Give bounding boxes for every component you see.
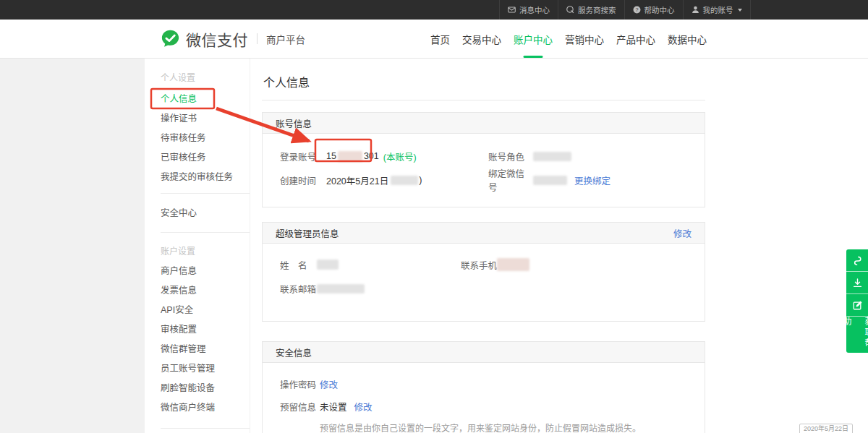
redacted-contact-email <box>317 284 365 293</box>
redacted-login-middle <box>338 151 362 162</box>
admin-name-label: 姓 名 <box>280 258 317 272</box>
sidebar: 个人设置 个人信息 操作证书 待审核任务 已审核任务 我提交的审核任务 安全中心… <box>145 59 250 433</box>
current-account-note: (本账号) <box>383 150 417 163</box>
reserved-info-description: 预留信息是由你自己设置的一段文字，用来鉴定网站身份，防止假冒网站造成损失。 配置… <box>320 423 687 433</box>
created-time-value: 2020年5月21日 ) <box>326 173 422 187</box>
operation-password-label: 操作密码 <box>280 377 320 391</box>
nav-transaction-center[interactable]: 交易中心 <box>462 20 501 58</box>
nav-data-center[interactable]: 数据中心 <box>668 20 707 58</box>
topbar: 消息中心 服务商搜索 ? 帮助中心 我的账号 <box>0 0 868 20</box>
login-account-value: 15 301 <box>326 151 379 162</box>
created-time-label: 创建时间 <box>280 173 326 187</box>
page-title: 个人信息 <box>262 59 705 100</box>
portal-label: 商户平台 <box>266 32 305 46</box>
security-info-section: 安全信息 操作密码 修改 预留信息 未设置 修改 预留信息是由你自己设置的一段文… <box>262 341 705 433</box>
topbar-item-help-center[interactable]: ? 帮助中心 <box>625 0 684 20</box>
link-icon <box>852 255 863 266</box>
edit-icon <box>852 300 863 311</box>
super-admin-section: 超级管理员信息 修改 姓 名 联系手机 联系邮箱 <box>262 222 705 322</box>
topbar-item-message-center[interactable]: 消息中心 <box>499 0 558 20</box>
main-content: 个人信息 账号信息 登录账号 15 301 (本账号) 账号角色 <box>262 59 705 433</box>
brand: 微信支付 商户平台 <box>161 20 305 58</box>
wechat-pay-logo <box>161 29 180 48</box>
get-help-label: 获取帮助 <box>835 317 868 353</box>
account-info-section: 账号信息 登录账号 15 301 (本账号) 账号角色 <box>262 112 705 207</box>
brand-divider <box>257 33 258 44</box>
caret-down-icon <box>738 9 742 12</box>
mail-icon <box>508 6 516 14</box>
main-nav: 首页 交易中心 账户中心 营销中心 产品中心 数据中心 <box>430 20 707 58</box>
sidebar-item-reviewed-tasks[interactable]: 已审核任务 <box>161 148 250 168</box>
sidebar-item-my-submitted-review-tasks[interactable]: 我提交的审核任务 <box>161 168 250 187</box>
svg-text:?: ? <box>635 7 638 13</box>
sidebar-item-face-payment-devices[interactable]: 刷脸智能设备 <box>161 379 250 398</box>
link-button[interactable] <box>846 249 868 272</box>
sidebar-item-invoice-info[interactable]: 发票信息 <box>161 281 250 301</box>
left-background <box>0 59 145 433</box>
download-button[interactable] <box>846 272 868 294</box>
modify-reserved-info-link[interactable]: 修改 <box>354 400 373 413</box>
sidebar-item-pending-review-tasks[interactable]: 待审核任务 <box>161 129 250 148</box>
super-admin-header: 超级管理员信息 修改 <box>263 223 705 244</box>
contact-phone-label: 联系手机 <box>461 258 497 272</box>
account-role-label: 账号角色 <box>488 150 533 163</box>
sidebar-group-account-settings: 账户设置 <box>161 242 250 262</box>
sidebar-item-operation-certificate[interactable]: 操作证书 <box>161 109 250 129</box>
logo-text: 微信支付 <box>186 28 248 50</box>
sidebar-item-wechat-merchant-terminal[interactable]: 微信商户终端 <box>161 398 250 418</box>
sidebar-item-staff-account-management[interactable]: 员工账号管理 <box>161 359 250 379</box>
search-icon <box>566 6 574 14</box>
topbar-item-label: 服务商搜索 <box>578 4 616 15</box>
topbar-item-label: 我的账号 <box>703 4 733 15</box>
topbar-menu: 消息中心 服务商搜索 ? 帮助中心 我的账号 <box>499 0 751 20</box>
change-binding-link[interactable]: 更换绑定 <box>574 173 610 187</box>
sidebar-item-security-center[interactable]: 安全中心 <box>161 204 250 223</box>
nav-account-center[interactable]: 账户中心 <box>514 20 553 58</box>
nav-home[interactable]: 首页 <box>430 20 450 58</box>
sidebar-divider <box>161 193 250 194</box>
redacted-bound-wechat <box>533 176 567 185</box>
redacted-contact-phone <box>497 258 529 271</box>
get-help-button[interactable]: 获取帮助 <box>846 317 868 353</box>
description-line: 预留信息是由你自己设置的一段文字，用来鉴定网站身份，防止假冒网站造成损失。 <box>320 423 687 433</box>
user-icon <box>692 6 699 14</box>
date-badge: 2020年5月22日 <box>799 424 853 433</box>
redacted-admin-name <box>317 260 339 270</box>
nav-marketing-center[interactable]: 营销中心 <box>565 20 604 58</box>
nav-product-center[interactable]: 产品中心 <box>616 20 655 58</box>
redacted-created-time <box>391 176 418 185</box>
sidebar-item-merchant-info[interactable]: 商户信息 <box>161 262 250 281</box>
security-info-header: 安全信息 <box>263 342 705 363</box>
modify-password-link[interactable]: 修改 <box>320 377 338 391</box>
topbar-item-label: 帮助中心 <box>644 4 675 15</box>
header: 微信支付 商户平台 首页 交易中心 账户中心 营销中心 产品中心 数据中心 <box>0 20 868 59</box>
question-icon: ? <box>633 6 641 14</box>
sidebar-divider <box>161 232 250 233</box>
modify-admin-link[interactable]: 修改 <box>673 226 692 240</box>
topbar-item-provider-search[interactable]: 服务商搜索 <box>558 0 625 20</box>
section-title: 安全信息 <box>276 346 312 359</box>
contact-email-label: 联系邮箱 <box>280 282 317 296</box>
download-icon <box>852 278 863 288</box>
sidebar-item-api-security[interactable]: API安全 <box>161 301 250 320</box>
section-title: 超级管理员信息 <box>276 226 339 240</box>
bound-wechat-label: 绑定微信号 <box>488 166 533 194</box>
sidebar-group-personal-settings: 个人设置 <box>161 69 250 88</box>
topbar-item-label: 消息中心 <box>519 4 550 15</box>
topbar-item-my-account[interactable]: 我的账号 <box>684 0 751 20</box>
login-account-label: 登录账号 <box>280 150 326 163</box>
section-title: 账号信息 <box>276 116 312 130</box>
floating-toolbar: 获取帮助 <box>846 249 868 353</box>
account-info-header: 账号信息 <box>263 113 705 134</box>
reserved-info-label: 预留信息 <box>280 400 320 413</box>
sidebar-item-wechat-group-management[interactable]: 微信群管理 <box>161 340 250 359</box>
redacted-account-role <box>533 152 571 161</box>
edit-button[interactable] <box>846 294 868 317</box>
sidebar-item-review-config[interactable]: 审核配置 <box>161 320 250 340</box>
sidebar-divider <box>161 428 250 429</box>
sidebar-item-personal-info[interactable]: 个人信息 <box>161 90 250 109</box>
reserved-info-value: 未设置 <box>320 400 347 413</box>
